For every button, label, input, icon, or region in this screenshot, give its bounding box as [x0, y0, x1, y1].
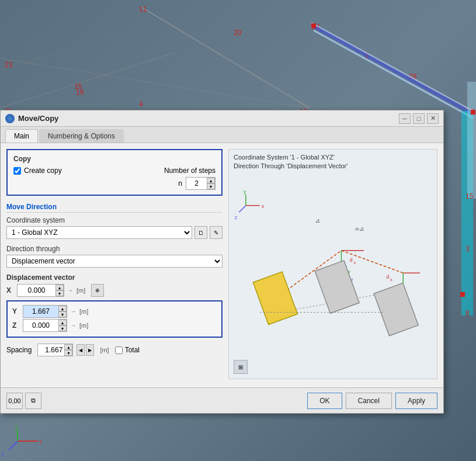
spacing-label: Spacing: [6, 346, 32, 354]
svg-text:4: 4: [139, 100, 143, 108]
coord-system-label: Coordinate system: [6, 216, 223, 224]
svg-text:y: y: [244, 189, 246, 195]
coord-system-icon-btn1[interactable]: 🗋: [194, 226, 207, 239]
svg-text:d: d: [386, 274, 389, 280]
dialog-body: Copy Create copy Number of steps n 2 ▲ ▼: [1, 143, 443, 385]
x-up-btn[interactable]: ▲: [55, 285, 64, 290]
spacing-row: Spacing ▲ ▼ ◀ ▶ [m] Total: [6, 344, 223, 356]
y-label: Y: [12, 307, 20, 316]
x-spinner[interactable]: ▲ ▼: [17, 284, 64, 297]
svg-rect-24: [460, 292, 465, 297]
z-unit: [m]: [79, 322, 88, 329]
spacing-dec-btn[interactable]: ◀: [77, 344, 85, 356]
x-input[interactable]: [18, 285, 55, 296]
coord-system-icon-btn2[interactable]: ✎: [210, 226, 223, 239]
svg-line-36: [239, 206, 246, 213]
bottom-toolbar: 0,00 ⧉ OK Cancel Apply: [1, 387, 443, 413]
coord-info: Coordinate System '1 - Global XYZ' Direc…: [234, 153, 348, 171]
move-copy-dialog: Move/Copy ─ □ ✕ Main Numbering & Options…: [0, 110, 444, 414]
spacing-spinner[interactable]: ▲ ▼: [37, 344, 73, 356]
steps-down-button[interactable]: ▼: [207, 183, 215, 189]
z-spinner[interactable]: ▲ ▼: [23, 319, 67, 332]
svg-rect-23: [471, 110, 475, 115]
x-label: X: [6, 286, 15, 294]
apply-button[interactable]: Apply: [395, 393, 437, 409]
coord-system-row: 1 - Global XYZ 🗋 ✎: [6, 226, 223, 239]
tab-main[interactable]: Main: [5, 129, 38, 143]
svg-text:x: x: [262, 203, 265, 209]
x-down-btn[interactable]: ▼: [55, 290, 64, 296]
svg-text:z: z: [1, 451, 4, 457]
direction-through-label: Direction through: [6, 245, 223, 253]
steps-up-button[interactable]: ▲: [207, 178, 215, 183]
svg-text:x: x: [390, 277, 392, 282]
y-unit: [m]: [79, 308, 88, 315]
spacing-inc-btn[interactable]: ▶: [86, 344, 94, 356]
y-spinner[interactable]: ▲ ▼: [23, 305, 67, 318]
y-up-btn[interactable]: ▲: [58, 306, 67, 311]
total-label[interactable]: Total: [115, 346, 140, 354]
create-copy-label[interactable]: Create copy: [13, 167, 62, 175]
ok-button[interactable]: OK: [307, 393, 342, 409]
svg-text:11: 11: [139, 5, 147, 13]
left-panel: Copy Create copy Number of steps n 2 ▲ ▼: [6, 149, 223, 379]
svg-rect-59: [253, 272, 297, 324]
svg-text:8: 8: [465, 309, 470, 317]
svg-text:x: x: [354, 260, 356, 265]
copy-section-title: Copy: [13, 155, 216, 163]
close-button[interactable]: ✕: [427, 113, 439, 124]
svg-text:23: 23: [5, 61, 13, 69]
spacing-up-btn[interactable]: ▲: [64, 344, 72, 350]
steps-input[interactable]: 2: [186, 179, 207, 188]
copy-section: Copy Create copy Number of steps n 2 ▲ ▼: [6, 149, 223, 196]
svg-text:x: x: [39, 438, 42, 445]
svg-text:y: y: [15, 423, 18, 429]
direction-through-row: Displacement vector: [6, 255, 223, 268]
svg-text:Δ: Δ: [315, 217, 319, 224]
svg-rect-21: [467, 82, 476, 199]
maximize-button[interactable]: □: [413, 113, 425, 124]
total-checkbox[interactable]: [115, 346, 123, 354]
svg-text:d: d: [350, 257, 353, 263]
x-unit: [m]: [77, 287, 85, 294]
direction-through-select[interactable]: Displacement vector: [6, 255, 223, 268]
svg-rect-60: [315, 261, 359, 313]
cancel-button[interactable]: Cancel: [346, 393, 392, 409]
svg-text:z: z: [235, 214, 238, 220]
steps-label: Number of steps: [164, 167, 216, 175]
svg-rect-22: [311, 23, 316, 28]
tab-numbering-options[interactable]: Numbering & Options: [39, 129, 124, 143]
spacing-input[interactable]: [38, 345, 64, 355]
minimize-button[interactable]: ─: [399, 113, 411, 124]
steps-spinner[interactable]: 2 ▲ ▼: [186, 177, 216, 190]
z-up-btn[interactable]: ▲: [58, 320, 67, 325]
svg-text:15: 15: [74, 82, 82, 91]
svg-rect-61: [374, 283, 418, 335]
right-panel: Coordinate System '1 - Global XYZ' Direc…: [228, 149, 437, 379]
create-copy-checkbox[interactable]: [13, 167, 21, 175]
z-row: Z ▲ ▼ → [m]: [12, 319, 217, 332]
copy-values-button[interactable]: ⧉: [25, 393, 41, 409]
y-down-btn[interactable]: ▼: [58, 311, 67, 317]
spacing-unit: [m]: [100, 346, 109, 353]
tabs-row: Main Numbering & Options: [1, 127, 443, 143]
spacing-down-btn[interactable]: ▼: [64, 350, 72, 356]
svg-text:20: 20: [234, 29, 242, 37]
move-direction-title: Move Direction: [6, 203, 223, 213]
svg-text:15: 15: [465, 192, 474, 200]
x-tool-btn[interactable]: ⊕: [91, 284, 104, 297]
dialog-title-bar: Move/Copy ─ □ ✕: [1, 110, 443, 127]
diagram-tool-button[interactable]: ⊞: [234, 360, 248, 374]
svg-text:n·Δ: n·Δ: [355, 226, 363, 232]
dialog-icon: [5, 114, 15, 123]
displacement-label: Displacement vector: [6, 273, 223, 282]
dialog-title: Move/Copy: [18, 114, 58, 123]
zero-value-button[interactable]: 0,00: [6, 393, 23, 409]
n-label: n: [178, 179, 182, 188]
diagram-svg: x y z Δ n·Δ d x d y d z d x: [229, 173, 437, 379]
coord-system-select[interactable]: 1 - Global XYZ: [6, 226, 192, 239]
x-row: X ▲ ▼ → [m] ⊕: [6, 284, 223, 297]
y-input[interactable]: [23, 306, 58, 317]
z-input[interactable]: [23, 320, 58, 331]
z-down-btn[interactable]: ▼: [58, 325, 67, 331]
